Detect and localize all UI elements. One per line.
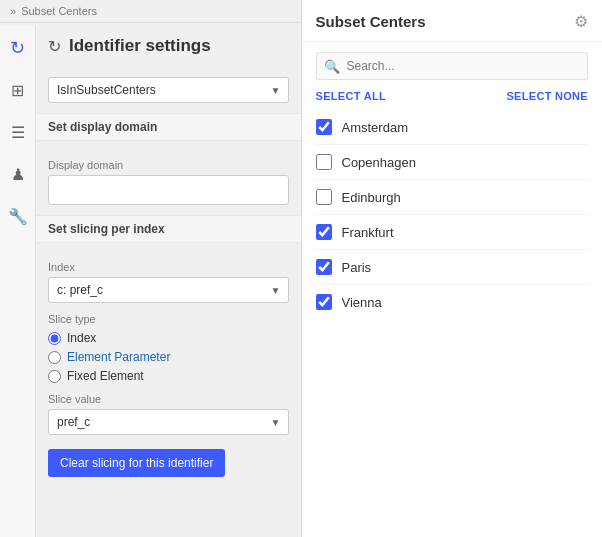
right-panel-title: Subset Centers xyxy=(316,13,426,30)
sidebar-icon-refresh[interactable]: ↻ xyxy=(6,36,30,60)
slice-value-select[interactable]: pref_c xyxy=(48,409,289,435)
index-select[interactable]: c: pref_c xyxy=(48,277,289,303)
label-paris: Paris xyxy=(342,260,372,275)
gear-icon[interactable]: ⚙ xyxy=(574,12,588,31)
list-item-edinburgh[interactable]: Edinburgh xyxy=(316,180,589,215)
list-item-amsterdam[interactable]: Amsterdam xyxy=(316,110,589,145)
sidebar-icon-document[interactable]: ☰ xyxy=(6,120,30,144)
checkbox-paris[interactable] xyxy=(316,259,332,275)
checkbox-frankfurt[interactable] xyxy=(316,224,332,240)
slice-type-index[interactable]: Index xyxy=(48,331,289,345)
select-none-button[interactable]: SELECT NONE xyxy=(506,90,588,102)
clear-slicing-button[interactable]: Clear slicing for this identifier xyxy=(48,449,225,477)
slicing-section-label: Set slicing per index xyxy=(36,215,301,243)
list-item-vienna[interactable]: Vienna xyxy=(316,285,589,319)
breadcrumb-text: Subset Centers xyxy=(21,5,97,17)
list-item-frankfurt[interactable]: Frankfurt xyxy=(316,215,589,250)
sidebar-icon-layers[interactable]: ⊞ xyxy=(6,78,30,102)
label-amsterdam: Amsterdam xyxy=(342,120,408,135)
sidebar-icon-wrench[interactable]: 🔧 xyxy=(6,204,30,228)
search-input[interactable] xyxy=(316,52,589,80)
sidebar-icon-person[interactable]: ♟ xyxy=(6,162,30,186)
header-refresh-icon[interactable]: ↻ xyxy=(48,37,61,56)
search-icon: 🔍 xyxy=(324,59,340,74)
checkbox-copenhagen[interactable] xyxy=(316,154,332,170)
checkbox-list: Amsterdam Copenhagen Edinburgh Frankfurt… xyxy=(302,110,603,537)
identifier-select[interactable]: IsInSubsetCenters xyxy=(48,77,289,103)
list-item-copenhagen[interactable]: Copenhagen xyxy=(316,145,589,180)
index-label: Index xyxy=(48,261,289,273)
panel-title: Identifier settings xyxy=(69,36,211,56)
slice-type-fixed-element[interactable]: Fixed Element xyxy=(48,369,289,383)
checkbox-edinburgh[interactable] xyxy=(316,189,332,205)
slice-type-element-parameter[interactable]: Element Parameter xyxy=(48,350,289,364)
identifier-select-wrapper: IsInSubsetCenters ▼ xyxy=(48,77,289,103)
display-domain-input[interactable] xyxy=(48,175,289,205)
display-domain-label: Display domain xyxy=(48,159,289,171)
label-vienna: Vienna xyxy=(342,295,382,310)
index-select-wrapper: c: pref_c ▼ xyxy=(48,277,289,303)
checkbox-amsterdam[interactable] xyxy=(316,119,332,135)
slice-type-group: Index Element Parameter Fixed Element xyxy=(48,331,289,383)
select-all-button[interactable]: SELECT ALL xyxy=(316,90,386,102)
slice-type-label: Slice type xyxy=(48,313,289,325)
slice-type-element-parameter-label: Element Parameter xyxy=(67,350,170,364)
display-domain-section-label: Set display domain xyxy=(36,113,301,141)
slice-type-fixed-element-label: Fixed Element xyxy=(67,369,144,383)
list-item-paris[interactable]: Paris xyxy=(316,250,589,285)
breadcrumb-chevron: » xyxy=(10,5,16,17)
slice-type-index-label: Index xyxy=(67,331,96,345)
slice-value-label: Slice value xyxy=(48,393,289,405)
label-edinburgh: Edinburgh xyxy=(342,190,401,205)
label-copenhagen: Copenhagen xyxy=(342,155,416,170)
slice-value-select-wrapper: pref_c ▼ xyxy=(48,409,289,435)
label-frankfurt: Frankfurt xyxy=(342,225,394,240)
checkbox-vienna[interactable] xyxy=(316,294,332,310)
